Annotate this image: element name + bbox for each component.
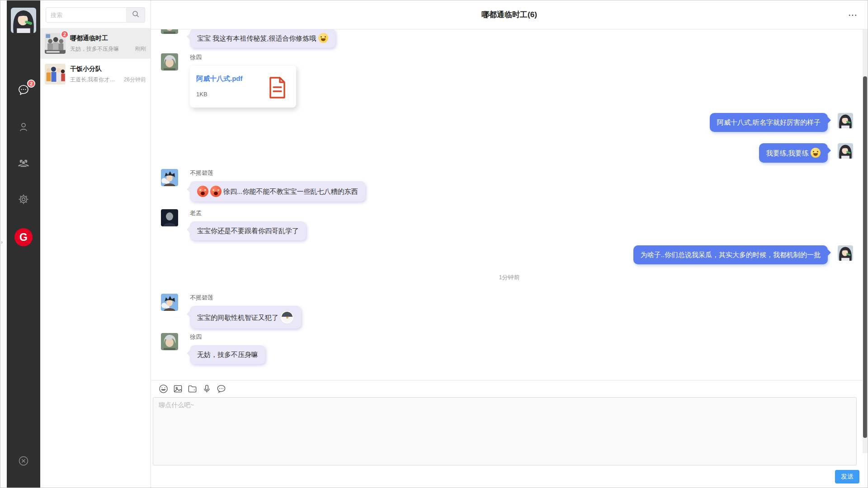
message-input[interactable] <box>153 397 857 465</box>
group-icon <box>18 157 29 169</box>
send-button[interactable]: 发送 <box>835 470 859 483</box>
penguin-emoji: 🐧 <box>280 310 294 324</box>
sender-avatar[interactable] <box>161 29 178 34</box>
sender-avatar[interactable] <box>838 113 853 128</box>
more-options-icon[interactable]: ⋯ <box>848 9 858 20</box>
message-bubble: 🤬🤬徐四...你能不能不教宝宝一些乱七八糟的东西 <box>190 181 365 202</box>
message: 老孟 宝宝你还是不要跟着你四哥乱学了 <box>161 209 306 240</box>
close-circle-icon <box>17 455 30 467</box>
hugging-face-emoji: 🤗 <box>318 33 328 43</box>
message-bubble: 为啥子..你们总说我呆瓜，其实大多的时候，我都机制的一批 <box>633 245 828 264</box>
g-logo[interactable]: G <box>14 228 33 246</box>
chat-history-button[interactable] <box>216 384 226 394</box>
conversation-panel: 哪都通临时工(6) ⋯ 宝宝 我这有本祖传秘笈,很适合你修炼哦 🤗 徐四 <box>151 0 868 488</box>
composer: 发送 <box>151 380 868 488</box>
file-attachment-card[interactable]: 阿威十八式.pdf 1KB <box>190 66 296 108</box>
message: 阿威十八式,听名字就好厉害的样子 <box>710 113 853 132</box>
message-bubble: 无妨，技多不压身嘛 <box>190 345 265 364</box>
window-edge-strip: › <box>0 0 7 488</box>
sender-avatar[interactable] <box>838 143 853 159</box>
sidebar-item-settings[interactable] <box>17 193 30 206</box>
current-user-avatar[interactable] <box>11 8 36 33</box>
group-avatar: 2 <box>45 33 66 54</box>
search-input[interactable] <box>46 7 126 23</box>
message: 宝宝 我这有本祖传秘笈,很适合你修炼哦 🤗 <box>161 29 335 48</box>
sender-avatar[interactable] <box>161 333 178 350</box>
sender-avatar[interactable] <box>838 245 853 261</box>
message: 不摇碧莲 🤬🤬徐四...你能不能不教宝宝一些乱七八糟的东西 <box>161 169 365 202</box>
image-upload-button[interactable] <box>173 384 183 394</box>
sender-avatar[interactable] <box>161 53 178 70</box>
send-row: 发送 <box>151 465 868 488</box>
melting-face-emoji: 🫠 <box>811 148 821 158</box>
sidebar: 2 <box>7 0 40 488</box>
sender-name: 不摇碧莲 <box>190 169 365 177</box>
search-icon <box>132 10 140 20</box>
scrollbar-thumb[interactable] <box>863 76 867 438</box>
voice-message-button[interactable] <box>202 384 212 394</box>
chat-name: 哪都通临时工 <box>70 34 146 42</box>
sender-name: 徐四 <box>190 333 265 341</box>
scrollbar <box>863 29 868 453</box>
chat-name: 干饭小分队 <box>70 65 146 73</box>
group-avatar <box>45 64 66 84</box>
gear-icon <box>18 194 29 205</box>
sender-avatar[interactable] <box>161 169 178 186</box>
message: 徐四 阿威十八式.pdf 1KB <box>161 53 296 108</box>
person-icon <box>18 122 29 132</box>
sender-name: 不摇碧莲 <box>190 294 301 302</box>
chat-list-item[interactable]: 2 哪都通临时工 无妨，技多不压身嘛 刚刚 <box>40 28 151 59</box>
conversation-header: 哪都通临时工(6) ⋯ <box>151 0 868 29</box>
unread-badge: 2 <box>61 30 69 38</box>
chat-time: 26分钟前 <box>124 76 146 84</box>
message: 我要练,我要练 🫠 <box>759 143 853 163</box>
angry-face-emoji: 🤬 <box>210 186 222 197</box>
last-message: 无妨，技多不压身嘛 <box>70 45 132 53</box>
chat-list-panel: 2 哪都通临时工 无妨，技多不压身嘛 刚刚 干饭小分队 王道长,我看你才… 26… <box>40 0 151 488</box>
last-message: 王道长,我看你才… <box>70 76 121 84</box>
file-upload-button[interactable] <box>187 384 197 394</box>
unread-badge: 2 <box>27 80 35 88</box>
sidebar-item-contacts[interactable] <box>17 121 30 133</box>
time-divider: 1分钟前 <box>151 273 868 282</box>
chat-time: 刚刚 <box>135 45 146 53</box>
sender-name: 徐四 <box>190 53 296 61</box>
message-bubble: 宝宝的间歇性机智证又犯了 🐧 <box>190 306 301 328</box>
message-list: 宝宝 我这有本祖传秘笈,很适合你修炼哦 🤗 徐四 阿威十八式.pdf 1KB <box>151 29 868 380</box>
message-bubble: 宝宝你还是不要跟着你四哥乱学了 <box>190 221 306 240</box>
message: 不摇碧莲 宝宝的间歇性机智证又犯了 🐧 <box>161 294 301 328</box>
message: 徐四 无妨，技多不压身嘛 <box>161 333 265 364</box>
close-button[interactable] <box>17 455 30 467</box>
sender-avatar[interactable] <box>161 294 178 311</box>
message-bubble: 阿威十八式,听名字就好厉害的样子 <box>710 113 828 132</box>
search-button[interactable] <box>126 7 145 23</box>
search-bar <box>46 7 145 23</box>
emoji-picker-button[interactable] <box>158 384 168 394</box>
sidebar-item-chats[interactable]: 2 <box>17 84 30 96</box>
angry-face-emoji: 🤬 <box>197 186 208 197</box>
pdf-file-icon <box>268 76 286 101</box>
message-bubble: 宝宝 我这有本祖传秘笈,很适合你修炼哦 🤗 <box>190 29 335 48</box>
message-bubble: 我要练,我要练 🫠 <box>759 143 828 163</box>
expand-panel-chevron[interactable]: › <box>1 239 3 245</box>
sender-name: 老孟 <box>190 209 306 217</box>
chat-list-item[interactable]: 干饭小分队 王道长,我看你才… 26分钟前 <box>40 59 151 89</box>
conversation-title: 哪都通临时工(6) <box>481 9 537 20</box>
sender-avatar[interactable] <box>161 209 178 226</box>
message: 为啥子..你们总说我呆瓜，其实大多的时候，我都机制的一批 <box>633 245 853 264</box>
chat-app-window: › 2 <box>0 0 868 488</box>
sidebar-item-groups[interactable] <box>17 157 30 169</box>
composer-toolbar <box>151 380 868 397</box>
